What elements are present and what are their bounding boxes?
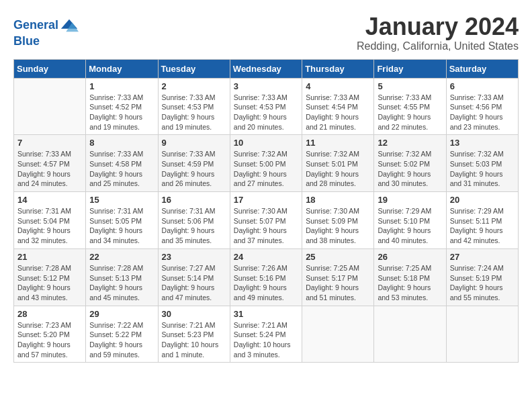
day-info: Sunrise: 7:28 AMSunset: 5:12 PMDaylight:… xyxy=(17,263,82,303)
day-number: 28 xyxy=(17,309,82,319)
day-info: Sunrise: 7:23 AMSunset: 5:20 PMDaylight:… xyxy=(17,320,82,360)
calendar-cell: 24Sunrise: 7:26 AMSunset: 5:16 PMDayligh… xyxy=(230,248,302,306)
logo-icon xyxy=(60,16,79,35)
calendar-cell: 23Sunrise: 7:27 AMSunset: 5:14 PMDayligh… xyxy=(158,248,230,306)
calendar-week-row: 28Sunrise: 7:23 AMSunset: 5:20 PMDayligh… xyxy=(14,306,519,363)
day-info: Sunrise: 7:30 AMSunset: 5:09 PMDaylight:… xyxy=(306,206,370,246)
calendar-cell: 2Sunrise: 7:33 AMSunset: 4:53 PMDaylight… xyxy=(158,78,230,135)
calendar-cell: 22Sunrise: 7:28 AMSunset: 5:13 PMDayligh… xyxy=(86,248,158,306)
calendar-cell: 10Sunrise: 7:32 AMSunset: 5:00 PMDayligh… xyxy=(230,135,302,192)
day-number: 26 xyxy=(378,252,442,262)
day-info: Sunrise: 7:21 AMSunset: 5:24 PMDaylight:… xyxy=(234,320,298,360)
calendar-cell: 6Sunrise: 7:33 AMSunset: 4:56 PMDaylight… xyxy=(446,78,518,135)
day-number: 6 xyxy=(450,81,515,91)
day-number: 15 xyxy=(89,195,154,205)
header-row: SundayMondayTuesdayWednesdayThursdayFrid… xyxy=(14,59,519,78)
calendar-week-row: 21Sunrise: 7:28 AMSunset: 5:12 PMDayligh… xyxy=(14,248,519,306)
day-info: Sunrise: 7:32 AMSunset: 5:03 PMDaylight:… xyxy=(450,149,515,189)
day-number: 27 xyxy=(450,252,515,262)
calendar-cell: 3Sunrise: 7:33 AMSunset: 4:53 PMDaylight… xyxy=(230,78,302,135)
day-info: Sunrise: 7:29 AMSunset: 5:10 PMDaylight:… xyxy=(378,206,442,246)
calendar-cell: 14Sunrise: 7:31 AMSunset: 5:04 PMDayligh… xyxy=(14,192,86,249)
day-info: Sunrise: 7:24 AMSunset: 5:19 PMDaylight:… xyxy=(450,263,515,303)
weekday-header: Sunday xyxy=(14,59,86,78)
day-number: 10 xyxy=(234,138,298,148)
weekday-header: Thursday xyxy=(302,59,374,78)
calendar-week-row: 1Sunrise: 7:33 AMSunset: 4:52 PMDaylight… xyxy=(14,78,519,135)
calendar-cell: 16Sunrise: 7:31 AMSunset: 5:06 PMDayligh… xyxy=(158,192,230,249)
calendar-cell xyxy=(14,78,86,135)
weekday-header: Monday xyxy=(86,59,158,78)
calendar-cell: 30Sunrise: 7:21 AMSunset: 5:23 PMDayligh… xyxy=(158,306,230,363)
calendar-cell: 27Sunrise: 7:24 AMSunset: 5:19 PMDayligh… xyxy=(446,248,518,306)
calendar-cell: 11Sunrise: 7:32 AMSunset: 5:01 PMDayligh… xyxy=(302,135,374,192)
day-number: 7 xyxy=(17,138,82,148)
day-info: Sunrise: 7:25 AMSunset: 5:18 PMDaylight:… xyxy=(378,263,442,303)
day-number: 1 xyxy=(89,81,154,91)
calendar-cell: 17Sunrise: 7:30 AMSunset: 5:07 PMDayligh… xyxy=(230,192,302,249)
calendar-cell: 26Sunrise: 7:25 AMSunset: 5:18 PMDayligh… xyxy=(374,248,446,306)
day-info: Sunrise: 7:29 AMSunset: 5:11 PMDaylight:… xyxy=(450,206,515,246)
day-info: Sunrise: 7:33 AMSunset: 4:59 PMDaylight:… xyxy=(162,149,226,189)
calendar-cell: 31Sunrise: 7:21 AMSunset: 5:24 PMDayligh… xyxy=(230,306,302,363)
weekday-header: Friday xyxy=(374,59,446,78)
day-number: 3 xyxy=(234,81,298,91)
calendar-title: January 2024 xyxy=(357,13,519,40)
logo-text: General xyxy=(13,19,58,32)
calendar-cell: 21Sunrise: 7:28 AMSunset: 5:12 PMDayligh… xyxy=(14,248,86,306)
calendar-cell: 5Sunrise: 7:33 AMSunset: 4:55 PMDaylight… xyxy=(374,78,446,135)
day-info: Sunrise: 7:25 AMSunset: 5:17 PMDaylight:… xyxy=(306,263,370,303)
day-number: 8 xyxy=(89,138,154,148)
day-info: Sunrise: 7:33 AMSunset: 4:54 PMDaylight:… xyxy=(306,93,370,132)
calendar-cell: 19Sunrise: 7:29 AMSunset: 5:10 PMDayligh… xyxy=(374,192,446,249)
day-info: Sunrise: 7:33 AMSunset: 4:56 PMDaylight:… xyxy=(450,93,515,132)
day-info: Sunrise: 7:33 AMSunset: 4:58 PMDaylight:… xyxy=(89,149,154,189)
calendar-week-row: 14Sunrise: 7:31 AMSunset: 5:04 PMDayligh… xyxy=(14,192,519,249)
title-block: January 2024 Redding, California, United… xyxy=(357,13,519,52)
calendar-subtitle: Redding, California, United States xyxy=(357,40,519,52)
day-number: 19 xyxy=(378,195,442,205)
day-number: 11 xyxy=(306,138,370,148)
calendar-cell: 18Sunrise: 7:30 AMSunset: 5:09 PMDayligh… xyxy=(302,192,374,249)
calendar-cell: 9Sunrise: 7:33 AMSunset: 4:59 PMDaylight… xyxy=(158,135,230,192)
weekday-header: Saturday xyxy=(446,59,518,78)
day-info: Sunrise: 7:33 AMSunset: 4:53 PMDaylight:… xyxy=(234,93,298,132)
calendar-cell: 7Sunrise: 7:33 AMSunset: 4:57 PMDaylight… xyxy=(14,135,86,192)
day-info: Sunrise: 7:26 AMSunset: 5:16 PMDaylight:… xyxy=(234,263,298,303)
day-number: 20 xyxy=(450,195,515,205)
day-info: Sunrise: 7:31 AMSunset: 5:05 PMDaylight:… xyxy=(89,206,154,246)
day-info: Sunrise: 7:33 AMSunset: 4:52 PMDaylight:… xyxy=(89,93,154,132)
day-number: 14 xyxy=(17,195,82,205)
calendar-cell: 8Sunrise: 7:33 AMSunset: 4:58 PMDaylight… xyxy=(86,135,158,192)
day-number: 24 xyxy=(234,252,298,262)
day-info: Sunrise: 7:33 AMSunset: 4:55 PMDaylight:… xyxy=(378,93,442,132)
day-info: Sunrise: 7:27 AMSunset: 5:14 PMDaylight:… xyxy=(162,263,226,303)
day-info: Sunrise: 7:32 AMSunset: 5:02 PMDaylight:… xyxy=(378,149,442,189)
day-number: 2 xyxy=(162,81,226,91)
day-number: 31 xyxy=(234,309,298,319)
day-number: 13 xyxy=(450,138,515,148)
logo: General Blue xyxy=(13,16,79,48)
calendar-cell: 28Sunrise: 7:23 AMSunset: 5:20 PMDayligh… xyxy=(14,306,86,363)
day-number: 30 xyxy=(162,309,226,319)
day-number: 25 xyxy=(306,252,370,262)
day-info: Sunrise: 7:28 AMSunset: 5:13 PMDaylight:… xyxy=(89,263,154,303)
day-number: 17 xyxy=(234,195,298,205)
weekday-header: Tuesday xyxy=(158,59,230,78)
day-number: 23 xyxy=(162,252,226,262)
calendar-cell: 4Sunrise: 7:33 AMSunset: 4:54 PMDaylight… xyxy=(302,78,374,135)
calendar-cell: 20Sunrise: 7:29 AMSunset: 5:11 PMDayligh… xyxy=(446,192,518,249)
day-number: 18 xyxy=(306,195,370,205)
day-number: 4 xyxy=(306,81,370,91)
day-number: 29 xyxy=(89,309,154,319)
calendar-table: SundayMondayTuesdayWednesdayThursdayFrid… xyxy=(13,59,519,363)
calendar-cell: 1Sunrise: 7:33 AMSunset: 4:52 PMDaylight… xyxy=(86,78,158,135)
calendar-week-row: 7Sunrise: 7:33 AMSunset: 4:57 PMDaylight… xyxy=(14,135,519,192)
day-info: Sunrise: 7:31 AMSunset: 5:04 PMDaylight:… xyxy=(17,206,82,246)
weekday-header: Wednesday xyxy=(230,59,302,78)
day-number: 9 xyxy=(162,138,226,148)
day-info: Sunrise: 7:33 AMSunset: 4:57 PMDaylight:… xyxy=(17,149,82,189)
day-number: 16 xyxy=(162,195,226,205)
calendar-cell: 12Sunrise: 7:32 AMSunset: 5:02 PMDayligh… xyxy=(374,135,446,192)
day-number: 5 xyxy=(378,81,442,91)
